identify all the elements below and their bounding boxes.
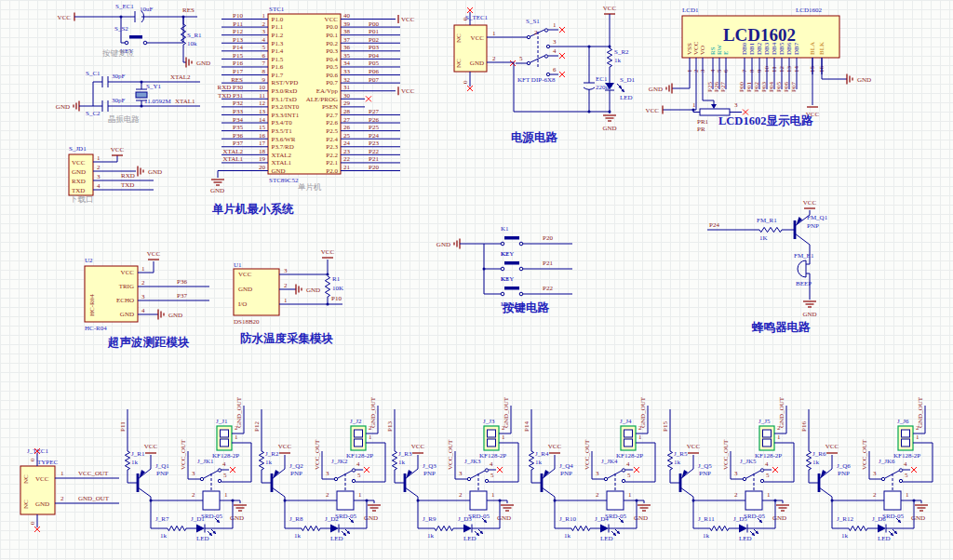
cap-plate (584, 87, 595, 89)
net-label: P04 (369, 52, 379, 60)
label: 2 (734, 491, 738, 499)
label: S_C2 (86, 110, 101, 117)
resistor-icon (806, 451, 811, 470)
label: 6 (553, 66, 557, 73)
contact-circle (760, 479, 763, 482)
pin-number: 22 (343, 155, 351, 163)
pin-name: P0.1 (326, 32, 338, 39)
label: 1k (160, 532, 168, 540)
net-label: P16 (800, 421, 808, 432)
net-label: RXD P30 (218, 84, 244, 91)
label: P10 (331, 295, 342, 302)
net-label: P14 (233, 44, 243, 51)
label: GND (72, 168, 86, 176)
pin-name: P3.7/RD (272, 143, 294, 151)
pin-name: BLA (809, 42, 816, 55)
net-label: P12 (253, 421, 261, 432)
label: GND (634, 514, 648, 522)
pin-name: P0.6 (326, 72, 338, 79)
pin-name: VO (699, 46, 706, 55)
label: 1k (398, 459, 406, 466)
label: 4 (765, 460, 769, 468)
contact-circle (218, 479, 221, 482)
label: S_R1 (187, 32, 202, 39)
wire (405, 487, 418, 497)
label: VCC (278, 443, 292, 450)
label: J_Q3 (423, 462, 436, 470)
label: 电源电路 (511, 131, 558, 144)
label: GND (168, 312, 182, 319)
label: HC-R04 (85, 325, 107, 332)
pin-name: DB5 (778, 42, 785, 55)
pin-number: 30 (343, 92, 351, 100)
pin-name: P1.5 (272, 56, 284, 63)
led-icon (196, 525, 205, 533)
resistor-icon (710, 526, 729, 530)
contact-circle (467, 477, 470, 480)
pin-name: DB0 (741, 42, 748, 55)
pin-number: 40 (343, 12, 351, 20)
label: FM_E1 (794, 252, 814, 260)
label: PNP (699, 470, 711, 477)
label: GND (35, 500, 49, 508)
net-label: GND_OUT (503, 396, 510, 428)
terminal-pad (221, 439, 229, 447)
net-label: P12 (233, 28, 243, 35)
pin-name: DB3 (763, 42, 771, 55)
label: GND (497, 514, 511, 522)
label: 2 (459, 491, 463, 499)
relay-coil (203, 491, 220, 510)
led-icon (463, 525, 472, 533)
net-label: P20 (369, 164, 379, 171)
label: 5 (905, 472, 908, 479)
pin-name: P2.3 (326, 143, 338, 151)
label: J_Q5 (698, 462, 712, 470)
net-label: VCC_OUT (584, 439, 591, 470)
net-label: P17 (233, 68, 243, 75)
label: 1k (841, 532, 849, 540)
pin-name: XTAL1 (272, 159, 292, 167)
label: 4 (626, 460, 630, 468)
wire (795, 233, 810, 245)
label: 1k (535, 459, 543, 466)
pin-number: 23 (343, 148, 351, 155)
contact-circle (604, 477, 607, 480)
pin-number: 36 (343, 44, 351, 51)
label: J_R11 (698, 515, 715, 523)
label: PR1 (697, 118, 709, 126)
label: P36 (177, 278, 187, 286)
pin-name: DB1 (748, 42, 756, 55)
label: J_D6 (872, 515, 886, 523)
net-label: P15 (662, 421, 669, 432)
pin-name: P0.3 (326, 47, 338, 55)
net-label: P32 (233, 100, 243, 107)
contact-circle (125, 41, 128, 45)
pin-name: ALE/PROG (306, 96, 338, 103)
label: 1k (564, 532, 571, 540)
pin-name: XTAL2 (272, 152, 292, 159)
net-label: P06 (369, 68, 379, 75)
pin-number: 13 (259, 108, 266, 115)
pin-number: 9 (262, 76, 266, 84)
label: P24 (709, 221, 719, 229)
contact-circle (352, 479, 355, 482)
resistor-icon (259, 451, 263, 470)
pin-name: P2.6 (326, 119, 338, 127)
pin-name: P2.2 (326, 152, 338, 159)
pin-number: 8 (262, 68, 266, 75)
contact-circle (546, 45, 549, 47)
pin-number: 10 (259, 84, 266, 91)
label: 1 (638, 433, 642, 441)
label: 1 (369, 433, 372, 441)
net-label: P05 (775, 82, 783, 92)
label: 3 (284, 267, 288, 274)
net-label: RES (231, 76, 243, 84)
label: PNP (156, 470, 168, 477)
buzzer-icon (798, 260, 806, 277)
resistor-icon (125, 451, 129, 470)
label: 1 (916, 433, 919, 441)
label: 1 (777, 433, 781, 441)
net-label: GND_OUT (917, 396, 924, 428)
label: J_R12 (837, 515, 853, 523)
pin-number: 15 (259, 124, 266, 131)
